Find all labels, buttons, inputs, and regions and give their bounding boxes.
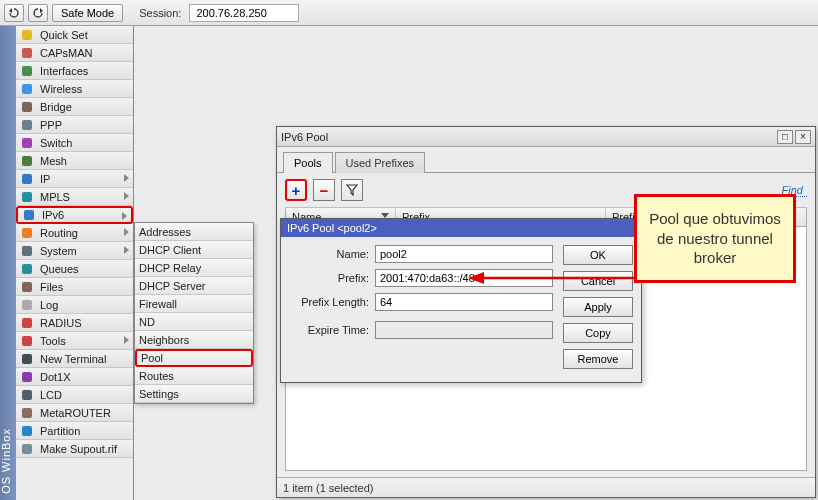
sidebar-item-label: Switch <box>40 137 72 149</box>
sidebar-item-label: Dot1X <box>40 371 71 383</box>
sidebar-item-metarouter[interactable]: MetaROUTER <box>16 404 133 422</box>
svg-rect-6 <box>22 138 32 148</box>
svg-rect-3 <box>22 84 32 94</box>
sidebar-item-mpls[interactable]: MPLS <box>16 188 133 206</box>
sidebar-item-log[interactable]: Log <box>16 296 133 314</box>
annotation-arrow-icon <box>468 268 638 288</box>
sidebar-item-wireless[interactable]: Wireless <box>16 80 133 98</box>
submenu-item-neighbors[interactable]: Neighbors <box>135 331 253 349</box>
ok-button[interactable]: OK <box>563 245 633 265</box>
status-text: 1 item (1 selected) <box>283 482 373 494</box>
submenu-arrow-icon <box>124 246 129 254</box>
submenu-item-settings[interactable]: Settings <box>135 385 253 403</box>
submenu-item-dhcp-server[interactable]: DHCP Server <box>135 277 253 295</box>
sidebar-item-label: Files <box>40 281 63 293</box>
session-value: 200.76.28.250 <box>189 4 299 22</box>
submenu-item-addresses[interactable]: Addresses <box>135 223 253 241</box>
submenu-item-label: Neighbors <box>139 334 189 346</box>
submenu-arrow-icon <box>124 336 129 344</box>
radius-icon <box>20 316 34 330</box>
files-icon <box>20 280 34 294</box>
submenu-item-label: Routes <box>139 370 174 382</box>
submenu-item-label: Firewall <box>139 298 177 310</box>
sidebar-item-switch[interactable]: Switch <box>16 134 133 152</box>
expire-input <box>375 321 553 339</box>
sidebar-item-label: Mesh <box>40 155 67 167</box>
submenu-item-nd[interactable]: ND <box>135 313 253 331</box>
svg-rect-15 <box>22 300 32 310</box>
svg-rect-17 <box>22 336 32 346</box>
sidebar-item-ppp[interactable]: PPP <box>16 116 133 134</box>
sidebar-item-capsman[interactable]: CAPsMAN <box>16 44 133 62</box>
prefix-length-input[interactable] <box>375 293 553 311</box>
submenu-arrow-icon <box>124 174 129 182</box>
prefix-length-label: Prefix Length: <box>289 296 375 308</box>
tab-pools[interactable]: Pools <box>283 152 333 173</box>
redo-button[interactable] <box>28 4 48 22</box>
statusbar: 1 item (1 selected) <box>277 477 815 497</box>
window-title: IPv6 Pool <box>281 131 328 143</box>
submenu-item-routes[interactable]: Routes <box>135 367 253 385</box>
svg-rect-16 <box>22 318 32 328</box>
prefix-label: Prefix: <box>289 272 375 284</box>
expire-label: Expire Time: <box>289 324 375 336</box>
submenu-item-label: Addresses <box>139 226 191 238</box>
remove-row-button[interactable]: − <box>313 179 335 201</box>
sidebar-item-label: RADIUS <box>40 317 82 329</box>
sidebar-item-label: IP <box>40 173 50 185</box>
supout-icon <box>20 442 34 456</box>
sidebar-item-new-terminal[interactable]: New Terminal <box>16 350 133 368</box>
sidebar-item-files[interactable]: Files <box>16 278 133 296</box>
annotation-text: Pool que obtuvimos de nuestro tunnel bro… <box>649 210 781 266</box>
sidebar-item-ip[interactable]: IP <box>16 170 133 188</box>
sidebar-item-label: Quick Set <box>40 29 88 41</box>
sidebar-item-system[interactable]: System <box>16 242 133 260</box>
svg-rect-11 <box>22 228 32 238</box>
name-input[interactable] <box>375 245 553 263</box>
svg-rect-23 <box>22 444 32 454</box>
undo-button[interactable] <box>4 4 24 22</box>
sidebar-item-interfaces[interactable]: Interfaces <box>16 62 133 80</box>
sidebar-item-routing[interactable]: Routing <box>16 224 133 242</box>
sidebar-menu: Quick SetCAPsMANInterfacesWirelessBridge… <box>16 26 134 500</box>
lcd-icon <box>20 388 34 402</box>
sidebar-item-quick-set[interactable]: Quick Set <box>16 26 133 44</box>
tab-used-prefixes[interactable]: Used Prefixes <box>335 152 425 173</box>
sidebar-item-make-supout-rif[interactable]: Make Supout.rif <box>16 440 133 458</box>
top-toolbar: Safe Mode Session: 200.76.28.250 <box>0 0 818 26</box>
submenu-item-dhcp-relay[interactable]: DHCP Relay <box>135 259 253 277</box>
copy-button[interactable]: Copy <box>563 323 633 343</box>
sidebar-item-dot1x[interactable]: Dot1X <box>16 368 133 386</box>
sidebar-item-label: Make Supout.rif <box>40 443 117 455</box>
add-button[interactable]: + <box>285 179 307 201</box>
submenu-item-dhcp-client[interactable]: DHCP Client <box>135 241 253 259</box>
sidebar-item-label: PPP <box>40 119 62 131</box>
pool-edit-dialog: IPv6 Pool <pool2> Name: Prefix: Prefix L… <box>280 218 642 383</box>
apply-button[interactable]: Apply <box>563 297 633 317</box>
window-titlebar: IPv6 Pool □ × <box>277 127 815 147</box>
sidebar-item-mesh[interactable]: Mesh <box>16 152 133 170</box>
sidebar-item-radius[interactable]: RADIUS <box>16 314 133 332</box>
svg-rect-22 <box>22 426 32 436</box>
sidebar-item-queues[interactable]: Queues <box>16 260 133 278</box>
submenu-item-label: DHCP Client <box>139 244 201 256</box>
meta-icon <box>20 406 34 420</box>
window-close-button[interactable]: × <box>795 130 811 144</box>
svg-rect-2 <box>22 66 32 76</box>
submenu-item-label: ND <box>139 316 155 328</box>
switch-icon <box>20 136 34 150</box>
window-tabs: Pools Used Prefixes <box>277 147 815 173</box>
remove-button[interactable]: Remove <box>563 349 633 369</box>
sidebar-item-partition[interactable]: Partition <box>16 422 133 440</box>
queues-icon <box>20 262 34 276</box>
svg-marker-25 <box>468 272 484 284</box>
safe-mode-button[interactable]: Safe Mode <box>52 4 123 22</box>
sidebar-item-tools[interactable]: Tools <box>16 332 133 350</box>
submenu-item-pool[interactable]: Pool <box>135 349 253 367</box>
sidebar-item-ipv6[interactable]: IPv6 <box>16 206 133 224</box>
submenu-item-firewall[interactable]: Firewall <box>135 295 253 313</box>
filter-button[interactable] <box>341 179 363 201</box>
window-restore-button[interactable]: □ <box>777 130 793 144</box>
sidebar-item-lcd[interactable]: LCD <box>16 386 133 404</box>
sidebar-item-bridge[interactable]: Bridge <box>16 98 133 116</box>
